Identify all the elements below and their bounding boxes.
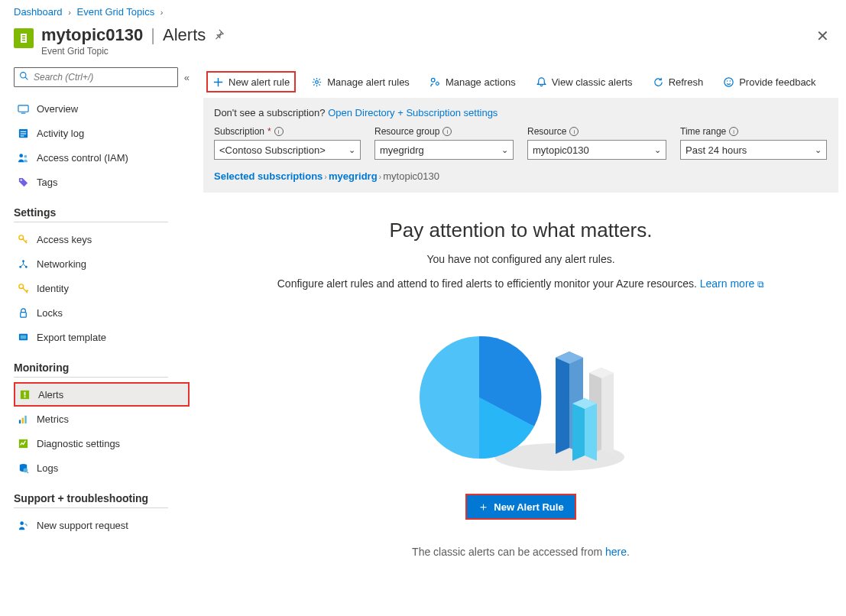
sidebar-item-logs[interactable]: Logs xyxy=(14,456,190,480)
subscription-message: Don't see a subscription? Open Directory… xyxy=(214,107,828,118)
search-input[interactable] xyxy=(34,72,173,83)
chevron-down-icon: ⌄ xyxy=(348,145,355,155)
sidebar-item-tags[interactable]: Tags xyxy=(14,170,190,194)
manage-alert-rules-button[interactable]: Manage alert rules xyxy=(306,71,414,92)
page-title: mytopic0130 xyxy=(41,25,143,45)
svg-point-37 xyxy=(431,78,435,82)
empty-description: Configure alert rules and attend to fire… xyxy=(249,276,793,292)
svg-point-4 xyxy=(21,73,26,78)
feedback-icon xyxy=(723,76,734,88)
sidebar-item-label: Networking xyxy=(37,258,86,270)
close-button[interactable]: ✕ xyxy=(813,25,832,47)
sidebar-item-label: Alerts xyxy=(38,389,63,400)
svg-rect-6 xyxy=(18,105,28,111)
filter-panel: Don't see a subscription? Open Directory… xyxy=(203,98,838,193)
svg-point-12 xyxy=(19,154,23,157)
svg-rect-30 xyxy=(24,415,26,423)
sidebar-section-settings: Settings xyxy=(14,206,190,219)
svg-point-41 xyxy=(730,80,731,82)
breadcrumb: Dashboard › Event Grid Topics › xyxy=(0,0,846,21)
search-input-wrapper[interactable] xyxy=(14,67,178,87)
tags-icon xyxy=(17,176,29,188)
filter-crumb-resource-group[interactable]: myegridrg xyxy=(329,170,378,182)
sidebar-item-diagnostic-settings[interactable]: Diagnostic settings xyxy=(14,431,190,456)
sidebar-item-access-keys[interactable]: Access keys xyxy=(14,227,190,251)
svg-rect-22 xyxy=(20,312,26,317)
new-alert-rule-primary-button[interactable]: ＋New Alert Rule xyxy=(465,494,575,520)
svg-rect-24 xyxy=(20,335,26,339)
breadcrumb-dashboard[interactable]: Dashboard xyxy=(14,6,63,18)
svg-point-39 xyxy=(724,77,733,86)
title-separator: | xyxy=(151,25,155,45)
info-icon[interactable]: i xyxy=(442,127,452,136)
resource-group-label: Resource group i xyxy=(374,126,514,137)
classic-alerts-here-link[interactable]: here xyxy=(605,546,627,558)
svg-line-17 xyxy=(25,240,27,242)
sidebar-item-metrics[interactable]: Metrics xyxy=(14,407,190,431)
sidebar-item-export-template[interactable]: Export template xyxy=(14,325,190,349)
svg-rect-26 xyxy=(24,391,25,395)
resource-select[interactable]: mytopic0130⌄ xyxy=(527,140,666,160)
svg-rect-27 xyxy=(24,396,25,397)
sidebar-item-label: Export template xyxy=(37,332,106,343)
manage-actions-button[interactable]: Manage actions xyxy=(425,71,520,92)
new-alert-rule-button[interactable]: New alert rule xyxy=(206,71,296,92)
sidebar-item-label: Access control (IAM) xyxy=(37,152,128,164)
sidebar-item-label: Locks xyxy=(37,307,63,319)
sidebar-item-networking[interactable]: Networking xyxy=(14,251,190,276)
activity-log-icon xyxy=(17,127,29,139)
access-control-icon xyxy=(17,151,29,164)
breadcrumb-event-grid-topics[interactable]: Event Grid Topics xyxy=(77,6,155,18)
time-range-select[interactable]: Past 24 hours⌄ xyxy=(680,140,827,160)
classic-alerts-note: The classic alerts can be accessed from … xyxy=(249,546,793,558)
sidebar-item-overview[interactable]: Overview xyxy=(14,96,190,121)
empty-illustration xyxy=(403,312,640,480)
main-content: New alert rule Manage alert rules Manage… xyxy=(200,67,846,573)
key-icon xyxy=(17,233,29,245)
svg-rect-29 xyxy=(21,417,23,423)
external-link-icon: ⧉ xyxy=(757,279,764,290)
divider xyxy=(14,222,168,222)
sidebar-section-monitoring: Monitoring xyxy=(14,361,190,374)
info-icon[interactable]: i xyxy=(729,127,738,136)
logs-icon xyxy=(17,462,29,474)
svg-rect-2 xyxy=(22,37,25,39)
toolbar-label: Manage actions xyxy=(446,76,516,88)
info-icon[interactable]: i xyxy=(274,127,284,136)
sidebar-item-label: Activity log xyxy=(37,128,84,139)
sidebar-item-locks[interactable]: Locks xyxy=(14,300,190,325)
sidebar-item-new-support-request[interactable]: New support request xyxy=(14,513,190,537)
sidebar-item-access-control[interactable]: Access control (IAM) xyxy=(14,145,190,170)
sidebar-item-alerts[interactable]: Alerts xyxy=(14,382,190,407)
toolbar-label: Provide feedback xyxy=(739,76,815,88)
view-classic-alerts-button[interactable]: View classic alerts xyxy=(531,71,637,92)
toolbar-label: View classic alerts xyxy=(552,76,633,88)
svg-rect-11 xyxy=(20,135,24,136)
pin-icon[interactable] xyxy=(213,29,224,42)
subscription-select[interactable]: <Contoso Subscription>⌄ xyxy=(214,140,361,160)
svg-point-35 xyxy=(20,521,24,525)
overview-icon xyxy=(17,102,29,115)
chevron-down-icon: ⌄ xyxy=(654,145,661,155)
collapse-sidebar-button[interactable]: « xyxy=(184,72,190,83)
svg-point-38 xyxy=(436,82,439,85)
sidebar-item-identity[interactable]: Identity xyxy=(14,276,190,300)
diagnostic-icon xyxy=(17,437,29,449)
toolbar: New alert rule Manage alert rules Manage… xyxy=(203,67,838,96)
learn-more-link[interactable]: Learn more ⧉ xyxy=(700,277,764,290)
empty-heading: Pay attention to what matters. xyxy=(249,219,793,242)
open-directory-link[interactable]: Open Directory + Subscription settings xyxy=(328,107,498,118)
metrics-icon xyxy=(17,413,29,425)
sidebar-item-label: Overview xyxy=(37,103,78,115)
sidebar-item-label: Identity xyxy=(37,283,69,294)
filter-crumb-selected-subscriptions[interactable]: Selected subscriptions xyxy=(214,170,323,182)
resource-group-select[interactable]: myegridrg⌄ xyxy=(374,140,514,160)
sidebar-item-activity-log[interactable]: Activity log xyxy=(14,121,190,145)
filter-breadcrumb: Selected subscriptions›myegridrg›mytopic… xyxy=(214,170,828,182)
info-icon[interactable]: i xyxy=(569,127,579,136)
search-icon xyxy=(19,71,29,83)
bell-icon xyxy=(536,76,547,88)
provide-feedback-button[interactable]: Provide feedback xyxy=(718,71,820,92)
refresh-button[interactable]: Refresh xyxy=(648,71,708,92)
svg-line-34 xyxy=(27,472,28,473)
